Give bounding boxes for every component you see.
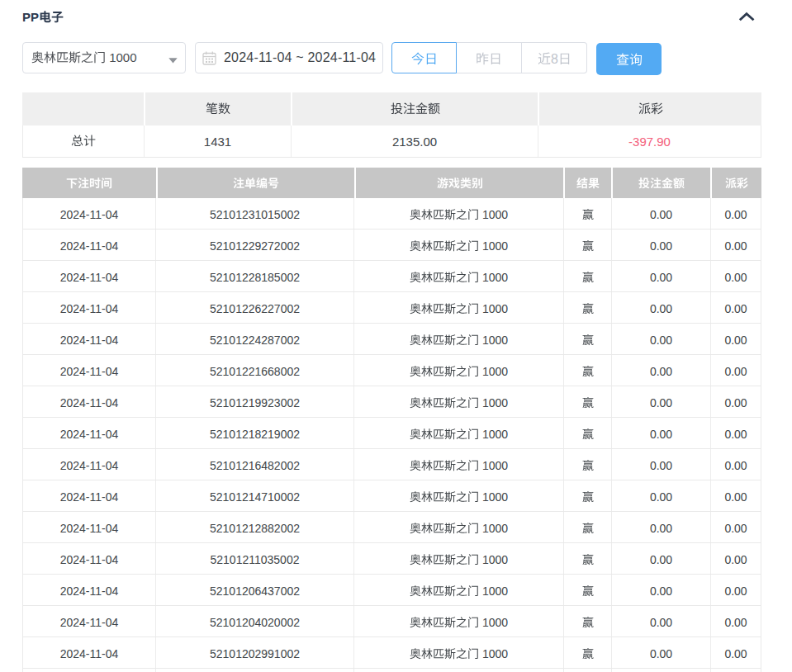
svg-text:1000: 1000 <box>482 334 508 347</box>
svg-text:1000: 1000 <box>482 428 508 441</box>
svg-text:1000: 1000 <box>482 239 508 253</box>
svg-text:1000: 1000 <box>482 522 508 535</box>
svg-text:PP: PP <box>22 10 39 24</box>
svg-text:1000: 1000 <box>482 490 508 504</box>
svg-text:1000: 1000 <box>482 647 508 660</box>
svg-text:1000: 1000 <box>109 50 136 64</box>
svg-text:1000: 1000 <box>482 396 508 409</box>
svg-text:1000: 1000 <box>482 302 508 315</box>
svg-text:1000: 1000 <box>482 365 508 378</box>
svg-text:1000: 1000 <box>482 616 508 629</box>
svg-text:1000: 1000 <box>482 584 508 598</box>
svg-text:1000: 1000 <box>482 459 508 472</box>
svg-text:8: 8 <box>551 52 558 66</box>
svg-text:1000: 1000 <box>482 208 508 221</box>
svg-text:1000: 1000 <box>482 553 508 566</box>
svg-text:1000: 1000 <box>482 271 508 284</box>
